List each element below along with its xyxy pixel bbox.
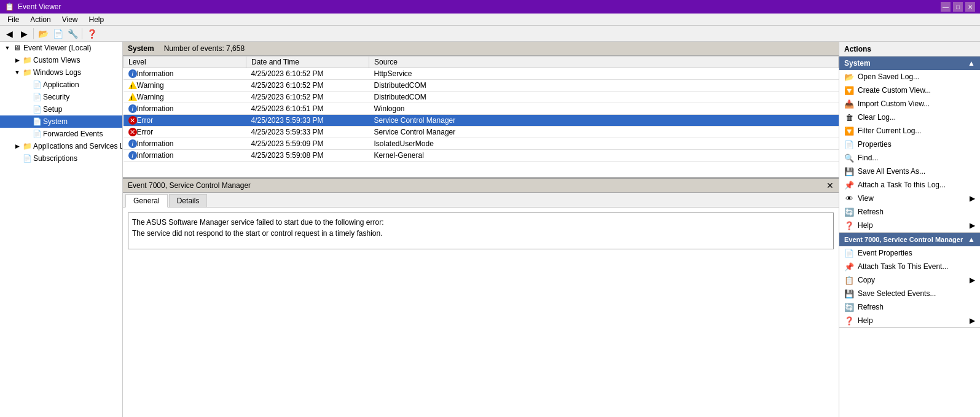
- maximize-button[interactable]: □: [953, 2, 963, 12]
- action-icon: 📄: [844, 248, 854, 258]
- action-item[interactable]: 📌 Attach a Task To this Log...: [839, 178, 980, 192]
- arrow-icon: ▶: [970, 194, 975, 203]
- sidebar-item-windows-logs[interactable]: ▼ 📁 Windows Logs: [0, 66, 122, 79]
- log-icon-application: 📄: [32, 80, 42, 90]
- sidebar-item-forwarded-events[interactable]: 📄 Forwarded Events: [0, 128, 122, 140]
- action-item[interactable]: 🔽 Create Custom View...: [839, 84, 980, 97]
- action-item[interactable]: 🔍 Find...: [839, 151, 980, 165]
- sidebar-item-subscriptions[interactable]: 📄 Subscriptions: [0, 152, 122, 165]
- cell-source: Service Control Manager: [369, 127, 839, 138]
- tab-general[interactable]: General: [125, 194, 168, 208]
- cell-level: iInformation: [123, 103, 246, 115]
- action-item[interactable]: 🔽 Filter Current Log...: [839, 124, 980, 138]
- action-item[interactable]: 💾 Save All Events As...: [839, 165, 980, 178]
- main-layout: ▼ 🖥 Event Viewer (Local) ▶ 📁 Custom View…: [0, 42, 980, 417]
- actions-section-header-event[interactable]: Event 7000, Service Control Manager ▲: [839, 233, 980, 246]
- forward-button[interactable]: ▶: [17, 27, 31, 41]
- content-area: System Number of events: 7,658 Level Dat…: [123, 42, 839, 417]
- action-item[interactable]: 📥 Import Custom View...: [839, 97, 980, 111]
- action-item[interactable]: ❓ Help ▶: [839, 219, 980, 232]
- action-icon: 📌: [844, 180, 854, 190]
- new-log-button[interactable]: 📄: [51, 27, 65, 41]
- action-label: Help: [858, 316, 873, 325]
- col-level[interactable]: Level: [123, 57, 246, 68]
- action-label: Refresh: [858, 208, 884, 216]
- menu-view[interactable]: View: [57, 14, 83, 25]
- sidebar-label-windows-logs: Windows Logs: [33, 68, 81, 77]
- table-row[interactable]: iInformation 4/25/2023 5:59:09 PM Isolat…: [123, 138, 839, 150]
- action-icon: 💾: [844, 289, 854, 298]
- action-icon: 📋: [844, 275, 854, 285]
- col-datetime[interactable]: Date and Time: [246, 57, 369, 68]
- sidebar-item-system[interactable]: 📄 System: [0, 115, 122, 128]
- menu-help[interactable]: Help: [84, 14, 109, 25]
- table-row[interactable]: ! Warning 4/25/2023 6:10:52 PM Distribut…: [123, 92, 839, 103]
- sidebar-label-system: System: [43, 117, 68, 126]
- action-item[interactable]: 📂 Open Saved Log...: [839, 70, 980, 84]
- action-item[interactable]: 📄 Properties: [839, 138, 980, 151]
- col-source[interactable]: Source: [369, 57, 839, 68]
- cell-datetime: 4/25/2023 6:10:52 PM: [246, 80, 369, 92]
- cell-level: iInformation: [123, 68, 246, 80]
- table-row[interactable]: ✕Error 4/25/2023 5:59:33 PM Service Cont…: [123, 115, 839, 127]
- expand-icon-windows-logs: ▼: [12, 68, 22, 77]
- detail-close-button[interactable]: ✕: [826, 181, 834, 190]
- action-item[interactable]: 🔄 Refresh: [839, 205, 980, 219]
- actions-section-header-system[interactable]: System ▲: [839, 57, 980, 70]
- minimize-button[interactable]: —: [941, 2, 951, 12]
- cell-source: DistributedCOM: [369, 92, 839, 103]
- actions-title: Actions: [844, 45, 871, 53]
- back-button[interactable]: ◀: [2, 27, 16, 41]
- action-item[interactable]: 📋 Copy ▶: [839, 273, 980, 287]
- action-item[interactable]: 💾 Save Selected Events...: [839, 287, 980, 300]
- sidebar-label-subscriptions: Subscriptions: [33, 154, 77, 163]
- app-icon: 📋: [5, 2, 14, 11]
- events-table-container[interactable]: Level Date and Time Source iInformation …: [123, 56, 839, 177]
- action-label: Save All Events As...: [858, 167, 925, 176]
- folder-icon-custom-views: 📁: [22, 55, 32, 65]
- log-icon-forwarded-events: 📄: [32, 129, 42, 139]
- action-item[interactable]: 🗑 Clear Log...: [839, 111, 980, 124]
- table-row[interactable]: iInformation 4/25/2023 6:10:52 PM HttpSe…: [123, 68, 839, 80]
- table-row[interactable]: ! Warning 4/25/2023 6:10:52 PM Distribut…: [123, 80, 839, 92]
- action-item[interactable]: 📄 Event Properties: [839, 246, 980, 260]
- sidebar-item-security[interactable]: 📄 Security: [0, 91, 122, 103]
- detail-tabs: General Details: [123, 193, 839, 208]
- properties-button[interactable]: 🔧: [66, 27, 79, 41]
- action-item[interactable]: ❓ Help ▶: [839, 314, 980, 327]
- action-label-left: 📋 Copy: [844, 275, 875, 285]
- warning-icon: !: [128, 93, 137, 101]
- sidebar-item-setup[interactable]: 📄 Setup: [0, 103, 122, 115]
- detail-text: The ASUS Software Manager service failed…: [128, 212, 834, 249]
- table-row[interactable]: ✕Error 4/25/2023 5:59:33 PM Service Cont…: [123, 127, 839, 138]
- table-row[interactable]: iInformation 4/25/2023 5:59:08 PM Kernel…: [123, 150, 839, 162]
- action-icon: ❓: [844, 220, 854, 230]
- level-text: Error: [137, 128, 154, 136]
- menu-action[interactable]: Action: [25, 14, 55, 25]
- action-label: Save Selected Events...: [858, 289, 936, 298]
- help-button[interactable]: ❓: [85, 27, 98, 41]
- expand-icon-custom-views: ▶: [12, 55, 22, 65]
- table-row[interactable]: iInformation 4/25/2023 6:10:51 PM Winlog…: [123, 103, 839, 115]
- sidebar-item-apps-services[interactable]: ▶ 📁 Applications and Services Lo: [0, 140, 122, 152]
- action-item[interactable]: 👁 View ▶: [839, 192, 980, 205]
- title-bar-controls[interactable]: — □ ✕: [941, 2, 975, 12]
- sidebar-item-root[interactable]: ▼ 🖥 Event Viewer (Local): [0, 42, 122, 54]
- tab-details[interactable]: Details: [169, 194, 208, 207]
- folder-icon-apps-services: 📁: [22, 141, 32, 151]
- level-text: Information: [137, 104, 174, 113]
- action-label: Import Custom View...: [858, 99, 930, 108]
- menu-file[interactable]: File: [2, 14, 24, 25]
- cell-datetime: 4/25/2023 5:59:33 PM: [246, 127, 369, 138]
- toolbar: ◀ ▶ 📂 📄 🔧 ❓: [0, 26, 980, 42]
- action-item[interactable]: 🔄 Refresh: [839, 300, 980, 314]
- action-label: Refresh: [858, 303, 884, 311]
- close-button[interactable]: ✕: [965, 2, 975, 12]
- sidebar-item-application[interactable]: 📄 Application: [0, 79, 122, 91]
- sidebar-item-custom-views[interactable]: ▶ 📁 Custom Views: [0, 54, 122, 66]
- sidebar-label-forwarded-events: Forwarded Events: [43, 130, 103, 138]
- computer-icon: 🖥: [12, 43, 22, 53]
- open-log-button[interactable]: 📂: [36, 27, 50, 41]
- action-item[interactable]: 📌 Attach Task To This Event...: [839, 260, 980, 273]
- system-actions-list: 📂 Open Saved Log...🔽 Create Custom View.…: [839, 70, 980, 232]
